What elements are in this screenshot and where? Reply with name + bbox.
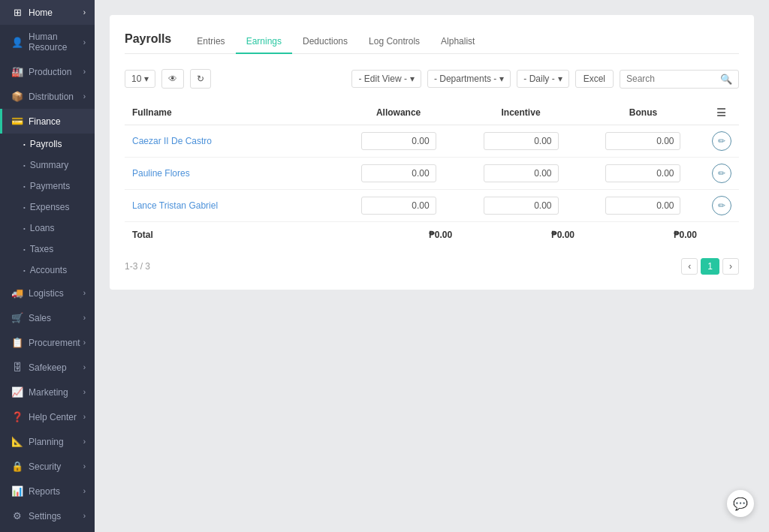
allowance-cell-3 [337,190,460,222]
sidebar-submenu-accounts[interactable]: Accounts [0,260,95,281]
per-page-select[interactable]: 10 ▾ [125,70,155,88]
sidebar-item-help-center[interactable]: ❓ Help Center › [0,404,95,429]
chevron-icon: › [83,363,86,371]
sidebar-label-distribution: Distribution [29,92,74,102]
chevron-icon: › [83,413,86,421]
sidebar-item-procurement[interactable]: 📋 Procurement › [0,330,95,355]
col-header-bonus: Bonus [582,101,704,125]
sidebar-label-finance: Finance [29,116,61,127]
sidebar-submenu-payments[interactable]: Payments [0,176,95,197]
bonus-input-2[interactable] [605,164,680,182]
edit-view-label: - Edit View - [358,74,406,84]
page-1-button[interactable]: 1 [701,258,719,275]
incentive-input-3[interactable] [484,197,559,215]
sidebar-item-planning[interactable]: 📐 Planning › [0,429,95,454]
toolbar: 10 ▾ 👁 ↻ - Edit View - ▾ - Departments -… [125,69,739,89]
departments-dropdown[interactable]: - Departments - ▾ [427,70,511,88]
chevron-icon: › [83,462,86,470]
sidebar-submenu-summary[interactable]: Summary [0,155,95,176]
edit-button-3[interactable]: ✏ [712,196,731,215]
prev-page-button[interactable]: ‹ [681,258,698,275]
chevron-icon: › [83,289,86,297]
chevron-icon: › [83,338,86,347]
chat-icon: 💬 [733,497,748,511]
edit-button-1[interactable]: ✏ [712,131,731,151]
total-incentive: ₱0.00 [460,222,582,247]
sidebar-item-marketing[interactable]: 📈 Marketing › [0,380,95,404]
sales-icon: 🛒 [11,312,23,323]
submenu-label-summary: Summary [30,160,68,170]
sidebar-submenu-loans[interactable]: Loans [0,218,95,239]
table-row: Caezar II De Castro ✏ [125,125,739,158]
sidebar-item-logistics[interactable]: 🚚 Logistics › [0,281,95,305]
chat-bubble-button[interactable]: 💬 [727,490,754,517]
main-content: Payrolls Entries Earnings Deductions Log… [95,0,769,532]
incentive-input-2[interactable] [484,164,559,182]
sidebar-submenu-expenses[interactable]: Expenses [0,197,95,218]
sidebar-label-sales: Sales [29,313,51,323]
allowance-input-1[interactable] [361,132,436,150]
col-header-fullname: Fullname [125,101,337,125]
tab-alphalist[interactable]: Alphalist [430,30,485,54]
allowance-input-2[interactable] [361,164,436,182]
action-cell-2: ✏ [704,158,739,190]
tab-earnings[interactable]: Earnings [236,30,292,54]
action-cell-3: ✏ [704,190,739,222]
settings-icon: ⚙ [11,510,23,521]
sidebar-submenu-taxes[interactable]: Taxes [0,239,95,260]
edit-button-2[interactable]: ✏ [712,164,731,183]
tab-entries[interactable]: Entries [186,30,235,54]
sidebar-item-human-resource[interactable]: 👤 Human Resource › [0,25,95,59]
employee-link-3[interactable]: Lance Tristan Gabriel [132,200,218,211]
submenu-label-taxes: Taxes [30,244,53,254]
menu-icon[interactable]: ☰ [716,107,726,119]
sidebar-item-security[interactable]: 🔒 Security › [0,454,95,479]
earnings-table: Fullname Allowance Incentive Bonus ☰ Cae… [125,101,739,246]
search-icon: 🔍 [720,74,732,85]
chevron-icon: › [83,8,86,17]
incentive-input-1[interactable] [484,132,559,150]
excel-button[interactable]: Excel [575,70,614,88]
submenu-label-accounts: Accounts [30,265,67,275]
security-icon: 🔒 [11,461,23,472]
sidebar-label-settings: Settings [29,511,61,521]
sidebar-item-settings[interactable]: ⚙ Settings › [0,503,95,528]
sidebar-label-marketing: Marketing [29,387,68,398]
sidebar-item-distribution[interactable]: 📦 Distribution › [0,84,95,109]
departments-chevron: ▾ [499,74,504,84]
tab-deductions[interactable]: Deductions [292,30,358,54]
submenu-label-loans: Loans [30,223,55,233]
home-icon: ⊞ [11,7,23,18]
per-page-chevron: ▾ [144,74,149,84]
sidebar-item-production[interactable]: 🏭 Production › [0,59,95,84]
next-page-button[interactable]: › [722,258,739,275]
employee-link-2[interactable]: Pauline Flores [132,168,190,179]
marketing-icon: 📈 [11,386,23,398]
visibility-toggle-button[interactable]: 👁 [161,69,184,89]
bonus-input-1[interactable] [605,132,680,150]
daily-dropdown[interactable]: - Daily - ▾ [517,70,568,88]
per-page-value: 10 [131,74,141,84]
search-input[interactable] [626,74,716,84]
refresh-button[interactable]: ↻ [190,69,211,89]
tab-log-controls[interactable]: Log Controls [358,30,430,54]
col-header-allowance: Allowance [337,101,460,125]
page-title: Payrolls [125,32,171,52]
sidebar-item-reports[interactable]: 📊 Reports › [0,479,95,503]
bonus-input-3[interactable] [605,197,680,215]
chevron-icon: › [83,38,86,47]
edit-view-dropdown[interactable]: - Edit View - ▾ [351,70,421,88]
sidebar-label-security: Security [29,461,61,472]
sidebar-item-finance[interactable]: 💳 Finance [0,109,95,134]
production-icon: 🏭 [11,66,23,77]
help-icon: ❓ [11,411,23,422]
sidebar-item-safekeep[interactable]: 🗄 Safekeep › [0,355,95,380]
sidebar-item-sales[interactable]: 🛒 Sales › [0,305,95,330]
employee-name-cell: Caezar II De Castro [125,125,337,158]
table-row: Lance Tristan Gabriel ✏ [125,190,739,222]
sidebar-submenu-payrolls[interactable]: Payrolls [0,134,95,155]
bonus-cell-2 [582,158,704,190]
sidebar-item-home[interactable]: ⊞ Home › [0,0,95,25]
employee-link-1[interactable]: Caezar II De Castro [132,136,212,146]
allowance-input-3[interactable] [361,197,436,215]
